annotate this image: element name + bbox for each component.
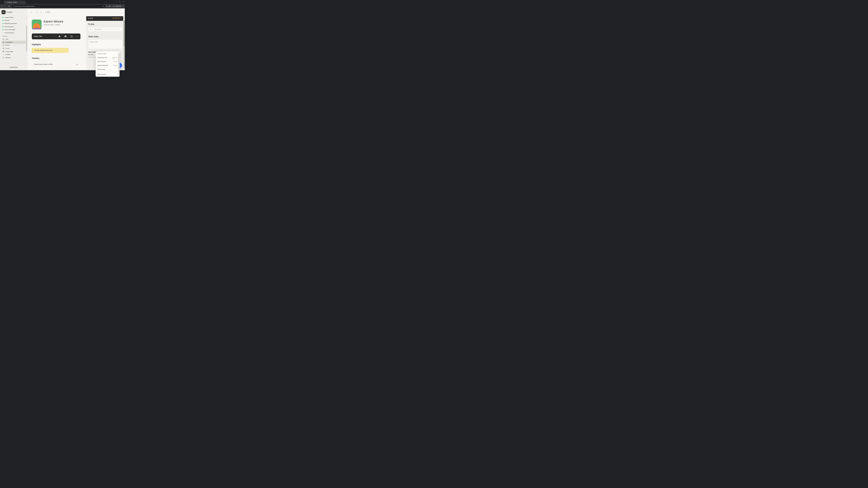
- job-label: Content Writer: [4, 17, 13, 18]
- nav-jobs[interactable]: Jobs: [2, 37, 26, 41]
- maximize-button[interactable]: ▢: [119, 1, 121, 2]
- status-dot-icon: [2, 23, 4, 24]
- candidate-avatar: [32, 20, 41, 29]
- mail-icon: [64, 35, 66, 37]
- note-input[interactable]: Write a note: [88, 39, 122, 49]
- incognito-badge[interactable]: Incognito (2): [112, 5, 123, 7]
- nav-todos[interactable]: To-dos: [2, 47, 26, 50]
- scrollbar-arrow-down[interactable]: ▼: [26, 63, 27, 64]
- new-tab-button[interactable]: +: [25, 1, 28, 3]
- bookmark-star-icon[interactable]: [103, 5, 104, 7]
- disqualify-button[interactable]: [57, 33, 63, 39]
- svg-point-7: [114, 6, 114, 6]
- event-template-duration: 60 min: [114, 65, 118, 66]
- highlight-banner[interactable]: No data retention period set: [32, 48, 69, 53]
- event-template-item[interactable]: Introduction call 15 min: [96, 56, 120, 59]
- reading-list-icon[interactable]: [109, 5, 111, 7]
- star-icon: ★: [118, 17, 120, 19]
- reload-button[interactable]: [8, 5, 11, 7]
- todo-input-row: Add a to-do: [88, 27, 122, 31]
- event-template-label: First interview: [97, 61, 106, 62]
- nav-button-group: [35, 10, 43, 15]
- nav-candidates[interactable]: Candidates: [2, 41, 26, 44]
- scrollbar-arrow-up[interactable]: ▲: [26, 17, 27, 18]
- minimize-button[interactable]: —: [116, 1, 117, 2]
- job-item[interactable]: Content Writer: [2, 16, 26, 19]
- todo-input[interactable]: Add a to-do: [93, 29, 103, 30]
- svg-point-6: [113, 6, 114, 6]
- todos-section: To-dos Add a to-do: [86, 21, 123, 33]
- add-todo-button[interactable]: [88, 27, 93, 31]
- job-item[interactable]: Teacher: [2, 19, 26, 22]
- tab-search-dropdown[interactable]: [0, 1, 3, 3]
- status-dot-icon: [2, 26, 4, 27]
- rating-strip: Good ★ ★ ★ ★ ★: [86, 16, 123, 21]
- next-candidate-button[interactable]: [39, 10, 43, 14]
- event-template-item[interactable]: Second interview 60 min: [96, 64, 120, 67]
- nav-career-page[interactable]: Career page: [2, 50, 26, 53]
- chart-icon: [2, 54, 4, 56]
- star-rating[interactable]: ★ ★ ★ ★ ★: [112, 17, 121, 19]
- event-template-item[interactable]: Empty event: [96, 67, 120, 71]
- job-label: Teacher: [4, 20, 9, 21]
- workspace-avatar: MM: [2, 10, 5, 14]
- more-actions-button[interactable]: [74, 33, 81, 39]
- nav-settings[interactable]: Settings: [2, 56, 26, 59]
- timeline-text: Shane moved Karen to Offer: [34, 64, 53, 65]
- close-button[interactable]: [29, 10, 34, 14]
- back-button[interactable]: [1, 5, 3, 7]
- popover-header: CREATE EVENT: [96, 53, 120, 56]
- job-item[interactable]: Marketing Associate: [2, 22, 26, 25]
- job-item[interactable]: Web Developer: [2, 25, 26, 28]
- event-template-duration: 45 min: [114, 61, 118, 62]
- calendar-icon: [2, 44, 4, 46]
- close-window-button[interactable]: ✕: [123, 1, 124, 2]
- browser-tab[interactable]: H Candidates · Homerun ×: [4, 1, 25, 4]
- schedule-button[interactable]: [68, 33, 74, 39]
- main-content: 1 of 16 Karen Moore Sourced today · Teac…: [27, 8, 125, 70]
- menu-icon[interactable]: [124, 5, 124, 7]
- right-panel-scrollbar-track[interactable]: [124, 21, 125, 68]
- job-label: Marketing Associate: [4, 23, 17, 24]
- svg-point-14: [4, 42, 4, 42]
- nav-label: Settings: [5, 57, 10, 59]
- svg-rect-1: [13, 6, 14, 6]
- gear-icon: [2, 57, 4, 59]
- tab-close-button[interactable]: ×: [24, 2, 24, 3]
- job-item[interactable]: Account Manager: [2, 28, 26, 31]
- svg-rect-24: [64, 36, 66, 37]
- nav-label: Jobs: [5, 38, 8, 40]
- popover-scrollbar[interactable]: [119, 53, 119, 75]
- nav-list: Jobs Candidates Events To-dos Career pag…: [0, 37, 27, 59]
- secondary-nav-header[interactable]: Moodjoy: [0, 34, 27, 37]
- right-panel-scrollbar-thumb[interactable]: [124, 21, 125, 46]
- stage-select[interactable]: Stage: Offer: [32, 33, 57, 39]
- edit-templates-button[interactable]: Edit templates: [96, 72, 120, 76]
- forward-button[interactable]: [4, 5, 7, 7]
- chevron-down-icon: [7, 36, 8, 37]
- url-bar[interactable]: app.homerun.co/candidates/5425513: [11, 5, 105, 8]
- site-settings-icon[interactable]: [13, 5, 14, 7]
- event-template-item[interactable]: First interview 45 min: [96, 59, 120, 63]
- nav-events[interactable]: Events: [2, 44, 26, 47]
- svg-rect-17: [3, 48, 4, 49]
- nav-label: To-dos: [5, 48, 9, 49]
- event-template-duration: 15 min: [114, 57, 118, 58]
- workspace-name: Moodjoy: [6, 11, 12, 13]
- tab-bar: H Candidates · Homerun × + — ▢ ✕: [0, 0, 125, 4]
- tab-title: Candidates · Homerun: [7, 2, 23, 3]
- nav-label: Insights: [5, 54, 10, 55]
- status-dot-icon: [2, 29, 4, 30]
- workspace-switcher[interactable]: MM Moodjoy: [0, 8, 27, 16]
- sidebar-scrollbar[interactable]: [26, 26, 27, 51]
- stage-bar: Stage: Offer: [32, 33, 81, 39]
- svg-point-10: [124, 6, 124, 7]
- nav-insights[interactable]: Insights: [2, 53, 26, 56]
- prev-candidate-button[interactable]: [35, 10, 39, 14]
- favicon: H: [5, 2, 6, 3]
- email-button[interactable]: [62, 33, 68, 39]
- svg-point-13: [3, 42, 3, 42]
- downloads-icon[interactable]: [106, 5, 108, 7]
- job-item[interactable]: Visual Designer: [2, 31, 26, 34]
- highlights-title: Highlights: [32, 43, 82, 46]
